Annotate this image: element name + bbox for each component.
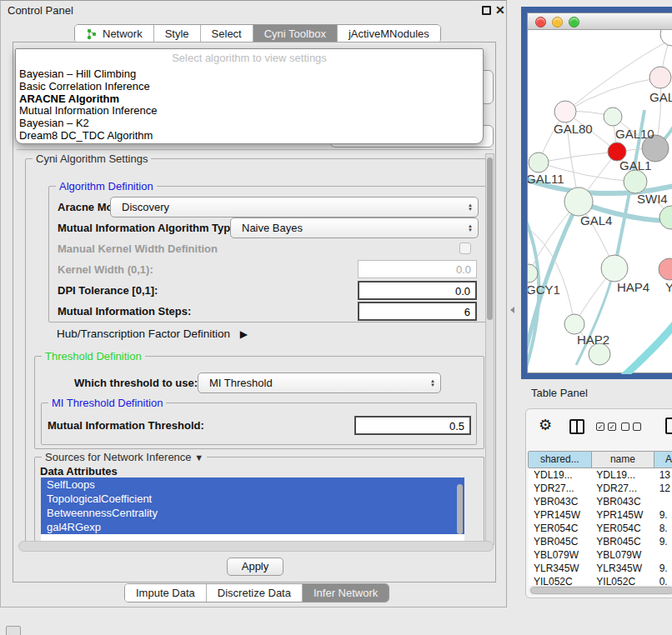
column-header[interactable]: name [591, 452, 655, 468]
cyni-algorithm-settings-group: Cyni Algorithm Settings Algorithm Defini… [25, 158, 492, 548]
dropdown-option[interactable]: Bayesian – K2 [16, 118, 483, 130]
mi-type-select[interactable]: Naive Bayes ▲▼ [230, 218, 479, 238]
combo-stepper-icon: ▲▼ [430, 373, 435, 392]
dropdown-option[interactable]: Mutual Information Inference [16, 105, 483, 118]
table-cell [654, 495, 672, 508]
select-all-icon[interactable]: ✓✓ [596, 422, 616, 431]
deselect-all-icon[interactable] [621, 422, 641, 431]
data-attribute-item[interactable]: gal4RGexp [41, 520, 464, 534]
float-window-icon[interactable] [482, 6, 491, 15]
zoom-traffic-light-icon[interactable] [569, 17, 579, 28]
network-canvas-svg[interactable]: GALGAL80GAL10GAL1GAL11SWI4GAL4GCY1HAP4YH… [528, 30, 672, 374]
column-header[interactable]: A [654, 452, 672, 468]
dropdown-option[interactable]: Dream8 DC_TDC Algorithm [16, 130, 483, 142]
table-cell: YER054C [591, 522, 654, 535]
dropdown-option[interactable]: ARACNE Algorithm [16, 93, 483, 106]
close-traffic-light-icon[interactable] [535, 17, 546, 28]
table-row[interactable]: YPR145WYPR145W9. [529, 508, 672, 522]
table-cell: 9. [654, 508, 672, 522]
table-cell: YIL052C [591, 575, 654, 585]
section-divider [17, 149, 493, 150]
node-table: shared...nameA YDL19...YDL19...13YDR27..… [529, 451, 672, 585]
network-edge[interactable] [614, 318, 672, 374]
network-node-hap4[interactable] [601, 255, 628, 282]
combo-stepper-icon: ▲▼ [468, 218, 473, 238]
dropdown-option[interactable]: Basic Correlation Inference [16, 81, 483, 93]
new-table-icon[interactable] [665, 418, 672, 434]
table-row[interactable]: YDL19...YDL19...13 [529, 468, 672, 482]
tab-discretize-data[interactable]: Discretize Data [207, 584, 303, 602]
data-attribute-item[interactable]: SelfLoops [41, 478, 464, 492]
column-header[interactable]: shared... [528, 452, 592, 468]
table-hscrollbar[interactable] [529, 586, 672, 595]
settings-scrollbar[interactable] [485, 153, 494, 545]
aracne-mode-value: Discovery [122, 201, 169, 213]
data-attribute-item[interactable]: BetweennessCentrality [41, 506, 464, 520]
control-panel-tabs: Network Style Select Cyni Toolbox jActiv… [74, 24, 441, 43]
network-window-titlebar[interactable] [528, 13, 672, 30]
table-cell: 9. [654, 562, 672, 575]
which-threshold-label: Which threshold to use: [74, 377, 198, 389]
hub-definition-toggle[interactable]: Hub/Transcription Factor Definition ▶ [57, 328, 248, 340]
tab-select[interactable]: Select [201, 25, 253, 42]
network-node-swi4[interactable] [624, 170, 647, 193]
table-cell: 9. [654, 535, 672, 548]
dpi-tolerance-field[interactable]: 0.0 [358, 281, 477, 300]
network-node-gal[interactable] [649, 67, 671, 88]
splitter-collapse-icon[interactable] [510, 307, 514, 313]
table-cell: YPR145W [591, 508, 654, 522]
which-threshold-select[interactable]: MI Threshold ▲▼ [198, 372, 441, 393]
sources-toggle[interactable]: Sources for Network Inference ▼ [42, 451, 207, 463]
table-cell: 0. [654, 575, 672, 585]
aracne-mode-select[interactable]: Discovery ▲▼ [110, 197, 479, 218]
node-label: Y [665, 280, 672, 294]
table-row[interactable]: YBL079WYBL079W [529, 548, 672, 562]
network-node-gal11[interactable] [529, 152, 549, 172]
table-row[interactable]: YBR043CYBR043C [529, 495, 672, 508]
apply-button[interactable]: Apply [227, 558, 283, 576]
network-node-gal4[interactable] [564, 188, 593, 216]
mi-threshold-field[interactable]: 0.5 [354, 416, 471, 435]
network-node-y[interactable] [659, 258, 672, 280]
node-label: HAP4 [617, 280, 649, 294]
network-node-gal10[interactable] [604, 108, 622, 126]
table-row[interactable]: YER054CYER054C8. [529, 522, 672, 535]
data-attribute-item[interactable]: TopologicalCoefficient [41, 492, 464, 506]
list-scrollbar[interactable] [457, 484, 463, 534]
settings-hscrollbar[interactable] [18, 541, 494, 552]
node-label: HAP2 [577, 332, 609, 347]
tab-infer-network[interactable]: Infer Network [303, 584, 389, 602]
tab-style[interactable]: Style [154, 25, 201, 42]
network-node-hap2[interactable] [564, 314, 584, 334]
table-row[interactable]: YBR045CYBR045C9. [529, 535, 672, 548]
algorithm-dropdown-list: Select algorithm to view settingsBayesia… [15, 48, 484, 144]
network-tab-icon [86, 28, 98, 40]
cyni-bottom-tabs: Impute Data Discretize Data Infer Networ… [124, 583, 389, 602]
data-attributes-list[interactable]: SelfLoopsTopologicalCoefficientBetweenne… [41, 478, 464, 542]
network-node-gal80[interactable] [554, 101, 576, 122]
table-row[interactable]: YDR27...YDR27...12 [529, 482, 672, 495]
tab-network[interactable]: Network [75, 25, 154, 42]
gear-icon[interactable]: ⚙ [539, 416, 552, 434]
minimized-panel-icon[interactable] [6, 626, 21, 635]
network-node[interactable] [660, 30, 672, 46]
dropdown-option[interactable]: Bayesian – Hill Climbing [16, 68, 483, 81]
manual-kernel-checkbox[interactable] [459, 242, 471, 254]
split-view-icon[interactable] [569, 419, 584, 434]
kernel-width-field[interactable]: 0.0 [358, 260, 477, 278]
table-row[interactable]: YLR345WYLR345W9. [529, 562, 672, 575]
mi-steps-label: Mutual Information Steps: [58, 305, 191, 318]
group-title: Algorithm Definition [56, 180, 157, 192]
tab-impute-data[interactable]: Impute Data [125, 584, 207, 602]
mi-steps-field[interactable]: 6 [358, 302, 477, 321]
dpi-tolerance-label: DPI Tolerance [0,1]: [58, 284, 158, 297]
chevron-down-icon: ▼ [194, 452, 203, 462]
table-row[interactable]: YIL052CYIL052C0. [529, 575, 672, 585]
minimize-traffic-light-icon[interactable] [552, 17, 563, 28]
network-node[interactable] [659, 206, 672, 229]
tab-cyni-toolbox[interactable]: Cyni Toolbox [253, 25, 338, 42]
close-icon[interactable]: ✕ [495, 3, 505, 17]
network-edge[interactable] [539, 152, 617, 162]
tab-jactivemnodules[interactable]: jActiveMNodules [338, 25, 440, 42]
network-edge[interactable] [565, 78, 660, 112]
